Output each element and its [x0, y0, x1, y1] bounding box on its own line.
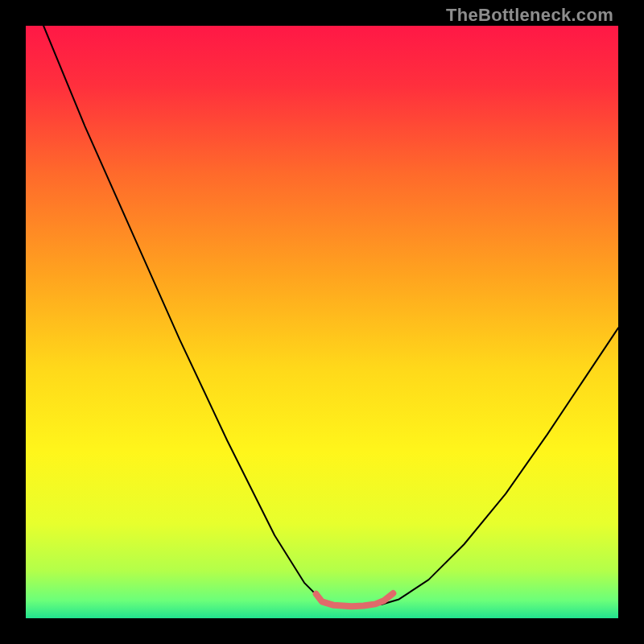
bottleneck-curve-chart: [26, 26, 618, 618]
chart-frame: [26, 26, 618, 618]
watermark-label: TheBottleneck.com: [446, 5, 613, 26]
gradient-background: [26, 26, 618, 618]
